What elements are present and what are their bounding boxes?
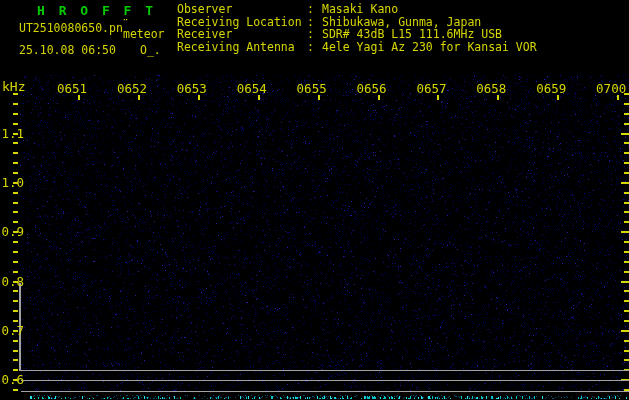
freq-tick-right [624, 152, 629, 154]
freq-tick-right [621, 281, 629, 283]
freq-tick-right [624, 261, 629, 263]
freq-tick-right [621, 182, 629, 184]
freq-tick-right [624, 162, 629, 164]
freq-tick-left [13, 113, 18, 115]
freq-tick-right [624, 192, 629, 194]
info-label: Receiver [177, 29, 232, 41]
freq-tick-right [624, 251, 629, 253]
info-separator: : [307, 29, 314, 41]
freq-tick-left [13, 162, 18, 164]
freq-tick-left [13, 172, 18, 174]
app-title: H R O F F T [37, 4, 156, 17]
level-graph-line-bottom [21, 391, 629, 392]
freq-tick-right [624, 103, 629, 105]
status-text: O_. [140, 45, 161, 57]
info-separator: : [307, 42, 314, 54]
freq-tick-right [624, 320, 629, 322]
freq-tick-right [624, 241, 629, 243]
filename-text: UT2510080650.pn [19, 23, 123, 35]
hrofft-screen: H R O F F T UT2510080650.pn ¨ meteor 25.… [0, 0, 629, 400]
freq-tick-right [621, 231, 629, 233]
info-value: SDR# 43dB L15 111.6MHz USB [322, 29, 502, 41]
time-tick-label: 0655 [297, 83, 327, 96]
freq-tick-left [13, 123, 18, 125]
freq-tick-right [624, 142, 629, 144]
freq-tick-left [13, 271, 18, 273]
freq-tick-right [624, 359, 629, 361]
freq-tick-label: 1.0 [0, 177, 24, 190]
time-tick-label: 0654 [237, 83, 267, 96]
time-tick-label: 0651 [57, 83, 87, 96]
info-value: 4ele Yagi Az 230 for Kansai VOR [322, 42, 537, 54]
freq-tick-right [624, 290, 629, 292]
freq-tick-left [13, 241, 18, 243]
freq-tick-left [13, 340, 18, 342]
freq-tick-left [13, 142, 18, 144]
freq-tick-left [13, 320, 18, 322]
freq-tick-left [13, 300, 18, 302]
level-graph-line-top [19, 370, 629, 371]
freq-tick-left [13, 359, 18, 361]
freq-tick-left [13, 310, 18, 312]
freq-tick-right [624, 310, 629, 312]
freq-tick-right [624, 271, 629, 273]
freq-tick-label: 0.6 [0, 374, 24, 387]
freq-tick-left [13, 290, 18, 292]
freq-tick-left [13, 251, 18, 253]
freq-tick-left [13, 211, 18, 213]
info-label: Observer [177, 4, 232, 16]
freq-tick-left [13, 192, 18, 194]
datetime-text: 25.10.08 06:50 [19, 45, 116, 57]
freq-tick-label: 0.9 [0, 226, 24, 239]
freq-tick-right [624, 221, 629, 223]
freq-tick-right [624, 123, 629, 125]
freq-tick-left [13, 221, 18, 223]
freq-tick-right [624, 350, 629, 352]
freq-tick-right [624, 211, 629, 213]
time-tick-label: 0658 [476, 83, 506, 96]
spectrogram-noise-field [0, 0, 629, 400]
freq-tick-right [624, 113, 629, 115]
freq-tick-label: 0.7 [0, 325, 24, 338]
info-label: Receiving Antenna [177, 42, 295, 54]
freq-tick-left [13, 389, 18, 391]
freq-tick-right [624, 300, 629, 302]
freq-axis-unit: kHz [2, 80, 25, 93]
freq-tick-label: 1.1 [0, 128, 24, 141]
time-tick-label: 0700 [596, 83, 626, 96]
freq-tick-right [624, 172, 629, 174]
freq-tick-left [13, 202, 18, 204]
time-tick-label: 0652 [117, 83, 147, 96]
freq-tick-right [621, 330, 629, 332]
level-graph-line-middle [21, 380, 629, 381]
freq-tick-left [13, 350, 18, 352]
info-separator: : [307, 4, 314, 16]
freq-tick-left [13, 152, 18, 154]
freq-tick-left [13, 369, 18, 371]
freq-tick-left [13, 103, 18, 105]
time-tick-label: 0653 [177, 83, 207, 96]
freq-tick-label: 0.8 [0, 276, 24, 289]
freq-tick-right [624, 340, 629, 342]
time-tick-label: 0657 [416, 83, 446, 96]
time-tick-label: 0659 [536, 83, 566, 96]
freq-tick-left [13, 261, 18, 263]
freq-tick-right [621, 133, 629, 135]
time-tick-label: 0656 [357, 83, 387, 96]
freq-tick-right [624, 202, 629, 204]
mode-label: meteor [123, 29, 165, 41]
info-value: Masaki Kano [322, 4, 398, 16]
